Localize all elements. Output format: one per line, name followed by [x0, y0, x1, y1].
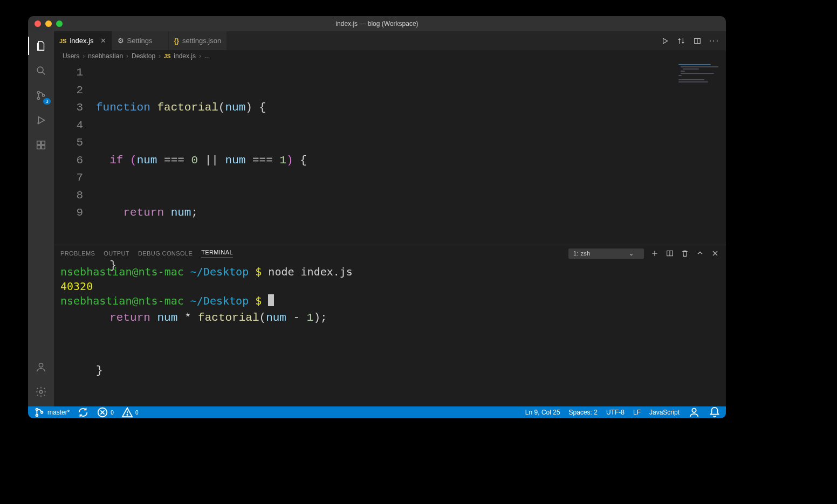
titlebar: index.js — blog (Workspace) — [28, 16, 726, 31]
svg-point-6 — [37, 122, 39, 125]
svg-point-24 — [41, 411, 43, 413]
accounts-icon[interactable] — [28, 356, 54, 378]
json-file-icon: {} — [174, 37, 179, 45]
status-branch-label: master* — [47, 409, 70, 416]
source-control-icon[interactable]: 3 — [28, 84, 54, 107]
svg-point-4 — [43, 94, 45, 96]
explorer-icon[interactable] — [28, 34, 54, 57]
run-file-icon[interactable] — [661, 37, 669, 45]
minimize-icon[interactable] — [45, 20, 52, 27]
svg-point-2 — [37, 91, 39, 93]
svg-marker-5 — [38, 117, 44, 124]
split-editor-icon[interactable] — [693, 37, 702, 45]
js-file-icon: JS — [164, 53, 170, 59]
crumb-segment[interactable]: nsebhastian — [88, 52, 123, 60]
status-sync[interactable] — [77, 406, 89, 418]
extensions-icon[interactable] — [28, 134, 54, 156]
chevron-right-icon: › — [159, 52, 161, 60]
activity-bar: 3 — [28, 31, 54, 406]
panel-tab-problems[interactable]: PROBLEMS — [60, 250, 95, 257]
terminal-selector[interactable]: 1: zsh ⌄ — [568, 248, 644, 259]
svg-rect-7 — [37, 141, 40, 144]
svg-point-3 — [37, 97, 39, 99]
breadcrumb[interactable]: Users › nsebhastian › Desktop › JS index… — [54, 50, 726, 62]
crumb-tail[interactable]: ... — [204, 52, 210, 60]
close-icon[interactable] — [35, 20, 41, 27]
svg-rect-9 — [42, 146, 45, 149]
close-tab-icon[interactable]: ✕ — [100, 37, 106, 45]
svg-point-22 — [36, 409, 38, 411]
minimap[interactable] — [677, 62, 726, 245]
search-icon[interactable] — [28, 59, 54, 82]
svg-marker-13 — [663, 38, 667, 43]
chevron-down-icon: ⌄ — [629, 250, 634, 257]
svg-rect-10 — [42, 141, 45, 144]
maximize-icon[interactable] — [56, 20, 63, 27]
chevron-right-icon: › — [83, 52, 85, 60]
maximize-panel-icon[interactable] — [696, 249, 704, 258]
chevron-right-icon: › — [126, 52, 128, 60]
tab-label: settings.json — [182, 37, 221, 45]
status-branch[interactable]: master* — [33, 406, 70, 418]
svg-point-12 — [39, 390, 43, 393]
diff-view-icon[interactable] — [677, 37, 685, 45]
svg-point-30 — [692, 409, 696, 412]
crumb-segment[interactable]: Users — [63, 52, 79, 60]
code-editor[interactable]: 123456789 function factorial(num) { if (… — [54, 62, 726, 245]
more-actions-icon[interactable]: ··· — [709, 36, 719, 46]
crumb-file[interactable]: index.js — [174, 52, 196, 60]
source-control-badge: 3 — [43, 98, 51, 105]
run-debug-icon[interactable] — [28, 109, 54, 132]
status-feedback-icon[interactable] — [688, 406, 700, 418]
tab-label: index.js — [70, 37, 93, 45]
svg-point-0 — [37, 67, 43, 73]
settings-gear-icon[interactable] — [28, 381, 54, 403]
window-title: index.js — blog (Workspace) — [28, 20, 726, 27]
status-notifications-icon[interactable] — [709, 406, 721, 418]
kill-terminal-icon[interactable] — [681, 249, 689, 258]
svg-point-23 — [36, 415, 38, 417]
traffic-lights — [28, 20, 63, 27]
js-file-icon: JS — [59, 38, 66, 44]
close-panel-icon[interactable] — [711, 249, 719, 258]
settings-tab-icon: ⚙ — [118, 37, 124, 45]
line-number-gutter: 123456789 — [54, 62, 93, 245]
tab-label: Settings — [127, 37, 153, 45]
crumb-segment[interactable]: Desktop — [132, 52, 155, 60]
editor-actions: ··· — [654, 31, 726, 50]
tab-bar: JS index.js ✕ ⚙ Settings {} settings.jso… — [54, 31, 726, 50]
tab-settings-json[interactable]: {} settings.json — [169, 31, 228, 50]
chevron-right-icon: › — [199, 52, 201, 60]
svg-point-11 — [39, 363, 43, 367]
terminal-output-line: 40320 — [60, 280, 93, 293]
svg-rect-8 — [37, 146, 40, 149]
code-area[interactable]: function factorial(num) { if (num === 0 … — [93, 62, 677, 245]
vscode-window: index.js — blog (Workspace) 3 — [28, 16, 726, 418]
svg-line-1 — [43, 72, 45, 75]
tab-index-js[interactable]: JS index.js ✕ — [54, 31, 112, 50]
terminal-selector-label: 1: zsh — [573, 250, 591, 257]
tab-settings[interactable]: ⚙ Settings — [112, 31, 169, 50]
